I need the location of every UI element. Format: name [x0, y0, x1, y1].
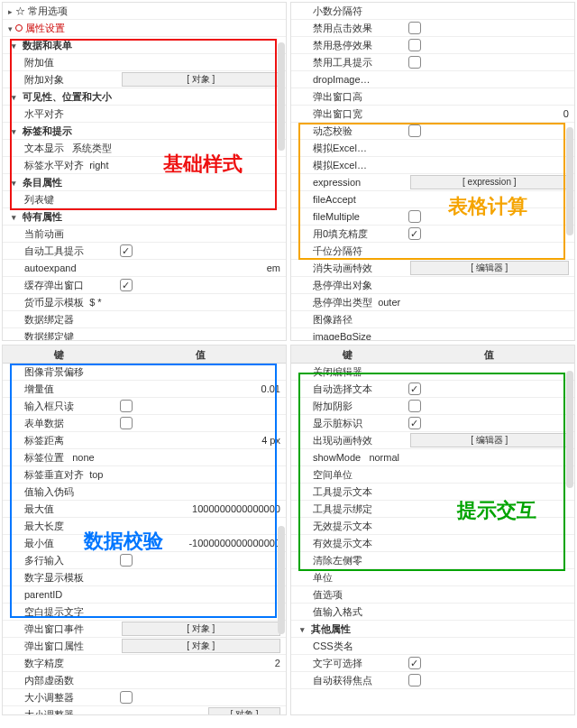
checkbox[interactable]	[408, 22, 421, 34]
prop-cache-pop[interactable]: 缓存弹出窗口	[3, 279, 116, 292]
prop-invalid-hint[interactable]: 无效提示文本	[291, 520, 405, 533]
checkbox[interactable]	[120, 691, 133, 704]
prop-expression[interactable]: expression	[291, 177, 405, 188]
chevron-down-icon[interactable]	[12, 177, 21, 188]
prop-autoexpand[interactable]: autoexpand	[3, 263, 116, 273]
object-button[interactable]: [ 对象 ]	[122, 72, 280, 87]
prop-parent-id[interactable]: parentID	[3, 589, 116, 600]
prop-valid-hint[interactable]: 有效提示文本	[291, 537, 405, 550]
checkbox[interactable]	[408, 417, 421, 429]
prop-halign[interactable]: 水平对齐	[3, 107, 116, 121]
prop-min-val[interactable]: 最小值	[3, 537, 116, 550]
prop-tooltip-bind[interactable]: 工具提示绑定	[291, 502, 405, 516]
prop-max-len[interactable]: 最大长度	[3, 520, 116, 533]
checkbox[interactable]	[120, 554, 133, 567]
prop-show-dirty[interactable]: 显示脏标识	[291, 417, 405, 430]
checkbox[interactable]	[120, 279, 133, 291]
prop-label-gap[interactable]: 标签距离	[3, 434, 116, 447]
prop-img-bg-offset[interactable]: 图像背景偏移	[3, 365, 116, 379]
prop-blank-hint[interactable]: 空白提示文字	[3, 605, 116, 619]
prop-pop-win-w[interactable]: 弹出窗口宽	[291, 107, 405, 121]
checkbox[interactable]	[408, 210, 421, 223]
object-button[interactable]: [ 对象 ]	[122, 639, 280, 653]
prop-num-prec[interactable]: 数字精度	[3, 657, 116, 670]
prop-cur-anim[interactable]: 当前动画	[3, 227, 116, 241]
prop-form-data[interactable]: 表单数据	[3, 417, 116, 430]
prop-pop-win-evt[interactable]: 弹出窗口事件	[3, 622, 116, 636]
prop-space-unit[interactable]: 空间单位	[291, 468, 405, 482]
editor-button[interactable]: [ 编辑器 ]	[410, 261, 569, 275]
prop-close-editor[interactable]: 关闭编辑器	[291, 365, 405, 379]
prop-show-mode[interactable]: showMode normal	[291, 452, 405, 463]
prop-hide-anim[interactable]: 消失动画特效	[291, 262, 405, 275]
scrollbar[interactable]	[566, 127, 573, 235]
prop-list-key[interactable]: 列表键	[3, 193, 116, 207]
checkbox[interactable]	[408, 56, 421, 69]
prop-pop-win-h[interactable]: 弹出窗口高	[291, 90, 405, 104]
prop-val-options[interactable]: 值选项	[291, 588, 405, 602]
prop-inc-value[interactable]: 增量值	[3, 382, 116, 396]
root-fav[interactable]: ☆ 常用选项	[3, 3, 286, 20]
chevron-down-icon[interactable]	[12, 125, 21, 136]
prop-sim-excel2[interactable]: 模拟Excel…	[291, 159, 405, 172]
object-button[interactable]: [ 对象 ]	[208, 707, 280, 715]
object-button[interactable]: [ 对象 ]	[122, 622, 280, 636]
checkbox[interactable]	[408, 382, 421, 395]
checkbox[interactable]	[408, 674, 421, 687]
prop-no-tooltip[interactable]: 禁用工具提示	[291, 56, 405, 69]
prop-add-object[interactable]: 附加对象	[3, 73, 116, 87]
prop-auto-sel-text[interactable]: 自动选择文本	[291, 382, 405, 396]
prop-size-adj2[interactable]: 大小调整器	[3, 708, 116, 716]
checkbox[interactable]	[120, 244, 133, 257]
prop-zero-pad[interactable]: 用0填充精度	[291, 227, 405, 241]
prop-num-tpl[interactable]: 数字显示模板	[3, 571, 116, 585]
prop-curr-tpl[interactable]: 货币显示模板 $ *	[3, 296, 116, 309]
chevron-down-icon[interactable]	[12, 91, 21, 102]
prop-add-value[interactable]: 附加值	[3, 56, 116, 69]
prop-appear-anim[interactable]: 出现动画特效	[291, 434, 405, 447]
prop-thou-sep[interactable]: 千位分隔符	[291, 244, 405, 258]
prop-hover-pop-obj[interactable]: 悬停弹出对象	[291, 279, 405, 292]
checkbox[interactable]	[408, 400, 421, 412]
prop-auto-hint[interactable]: 自动工具提示	[3, 244, 116, 258]
chevron-down-icon[interactable]	[12, 211, 21, 222]
prop-clear-left[interactable]: 清除左侧零	[291, 554, 405, 567]
prop-add-shadow[interactable]: 附加阴影	[291, 400, 405, 413]
prop-multiline[interactable]: 多行输入	[3, 554, 116, 567]
prop-val-mask[interactable]: 值输入伪码	[3, 485, 116, 499]
prop-img-bg-size[interactable]: imageBgSize	[291, 331, 405, 341]
prop-css-class[interactable]: CSS类名	[291, 640, 405, 653]
prop-text-selectable[interactable]: 文字可选择	[291, 657, 405, 670]
checkbox[interactable]	[120, 400, 133, 412]
prop-pop-win-prop[interactable]: 弹出窗口属性	[3, 640, 116, 653]
scrollbar[interactable]	[566, 371, 573, 488]
prop-hover-pop-type[interactable]: 悬停弹出类型 outer	[291, 296, 405, 309]
checkbox[interactable]	[120, 417, 133, 429]
checkbox[interactable]	[408, 227, 421, 240]
prop-file-multiple[interactable]: fileMultiple	[291, 211, 405, 222]
prop-unit[interactable]: 单位	[291, 571, 405, 585]
prop-label-halign[interactable]: 标签水平对齐 right	[3, 159, 116, 172]
prop-data-binder[interactable]: 数据绑定器	[3, 313, 116, 327]
prop-val-in-fmt[interactable]: 值输入格式	[291, 605, 405, 619]
prop-label-valign[interactable]: 标签垂直对齐 top	[3, 468, 116, 482]
expression-button[interactable]: [ expression ]	[410, 175, 569, 189]
prop-data-bind-key[interactable]: 数据绑定键	[3, 330, 116, 342]
editor-button[interactable]: [ 编辑器 ]	[410, 433, 569, 447]
checkbox[interactable]	[408, 657, 421, 669]
prop-file-accept[interactable]: fileAccept	[291, 194, 405, 205]
scrollbar[interactable]	[278, 42, 285, 151]
prop-dec-sep[interactable]: 小数分隔符	[291, 5, 405, 18]
prop-inner-var[interactable]: 内部虚函数	[3, 674, 116, 687]
prop-auto-focus[interactable]: 自动获得焦点	[291, 674, 405, 687]
prop-max-val[interactable]: 最大值	[3, 502, 116, 516]
prop-img-path[interactable]: 图像路径	[291, 313, 405, 327]
chevron-down-icon[interactable]	[12, 40, 21, 51]
checkbox[interactable]	[408, 39, 421, 51]
prop-text-display[interactable]: 文本显示 系统类型	[3, 142, 116, 155]
chevron-down-icon[interactable]	[300, 623, 309, 634]
prop-tooltip-text[interactable]: 工具提示文本	[291, 485, 405, 499]
prop-no-hover-fx[interactable]: 禁用悬停效果	[291, 39, 405, 52]
prop-dyn-check[interactable]: 动态校验	[291, 124, 405, 138]
prop-size-adj[interactable]: 大小调整器	[3, 691, 116, 705]
